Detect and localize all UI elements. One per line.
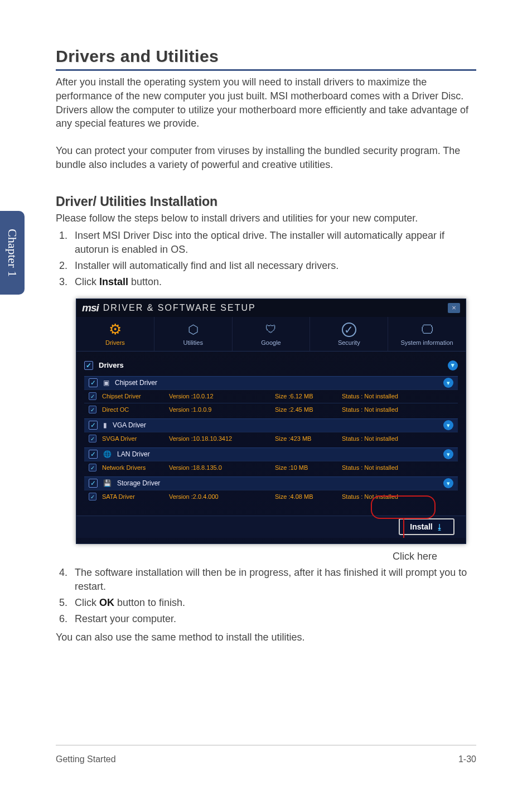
app-title: DRIVER & SOFTWARE SETUP [103, 303, 256, 313]
collapse-toggle-icon[interactable] [443, 478, 453, 488]
page-title: Drivers and Utilities [56, 47, 476, 71]
driver-row[interactable]: Chipset DriverVersion :10.0.12Size :6.12… [84, 389, 458, 403]
ok-word: OK [99, 597, 114, 608]
driver-version: Version :18.8.135.0 [169, 464, 269, 471]
tab-label: Drivers [105, 339, 125, 346]
footer-divider [56, 745, 476, 745]
monitor-icon [419, 322, 435, 338]
tab-label: System information [401, 339, 453, 346]
driver-status: Status : Not installed [342, 393, 398, 399]
driver-size: Size :4.08 MB [275, 493, 336, 500]
click-here-caption: Click here [56, 551, 437, 562]
driver-version: Version :10.18.10.3412 [169, 435, 269, 442]
step-item: Click OK button to finish. [70, 596, 476, 610]
gear-icon [107, 322, 123, 338]
section-subtitle: Driver/ Utilities Installation [56, 194, 476, 209]
driver-size: Size :2.45 MB [275, 406, 336, 413]
driver-status: Status : Not installed [342, 464, 398, 471]
driver-status: Status : Not installed [342, 435, 398, 442]
step-item: Installer will automatically find and li… [70, 259, 476, 273]
driver-version: Version :10.0.12 [169, 393, 269, 399]
driver-name: Chipset Driver [102, 393, 163, 399]
group-icon: ▣ [103, 379, 109, 387]
chapter-tab: Chapter 1 [0, 211, 25, 295]
driver-name: SATA Driver [102, 493, 163, 500]
row-checkbox[interactable] [89, 406, 96, 413]
closing-paragraph: You can also use the same method to inst… [56, 630, 476, 644]
install-callout-line [403, 518, 404, 538]
tab-label: Security [338, 339, 360, 346]
collapse-toggle-icon[interactable] [443, 420, 453, 430]
driver-row[interactable]: SVGA DriverVersion :10.18.10.3412Size :4… [84, 432, 458, 445]
install-button[interactable]: Install ⭳ [399, 518, 454, 535]
group-icon: 💾 [103, 479, 112, 487]
check-icon [341, 322, 357, 338]
tab-security[interactable]: Security [310, 317, 388, 351]
group-storage-driver[interactable]: 💾Storage Driver [84, 476, 458, 490]
intro-paragraph-1: After you install the operating system y… [56, 75, 476, 131]
tab-drivers[interactable]: Drivers [76, 317, 154, 351]
tab-utilities[interactable]: Utilities [154, 317, 233, 351]
install-word: Install [99, 276, 128, 287]
driver-version: Version :2.0.4.000 [169, 493, 269, 500]
tab-label: Google [261, 339, 280, 346]
drivers-section-header[interactable]: Drivers [84, 360, 458, 370]
driver-setup-window: msi DRIVER & SOFTWARE SETUP × DriversUti… [76, 299, 466, 544]
group-checkbox[interactable] [89, 450, 98, 459]
install-button-label: Install [410, 522, 432, 531]
chapter-tab-label: Chapter 1 [5, 229, 20, 277]
driver-name: Direct OC [102, 406, 163, 413]
close-icon[interactable]: × [448, 303, 460, 313]
driver-row[interactable]: Network DriversVersion :18.8.135.0Size :… [84, 461, 458, 474]
drivers-master-checkbox[interactable] [84, 361, 93, 370]
step-item: Click Install button. [70, 275, 476, 289]
driver-size: Size :10 MB [275, 464, 336, 471]
shield-icon [263, 322, 279, 338]
driver-size: Size :423 MB [275, 435, 336, 442]
group-label: LAN Driver [117, 450, 150, 458]
group-lan-driver[interactable]: 🌐LAN Driver [84, 447, 458, 461]
group-icon: ▮ [103, 421, 107, 429]
app-titlebar: msi DRIVER & SOFTWARE SETUP × [76, 299, 466, 317]
group-vga-driver[interactable]: ▮VGA Driver [84, 418, 458, 432]
row-checkbox[interactable] [89, 435, 96, 442]
group-label: Storage Driver [117, 479, 160, 487]
util-icon [185, 322, 201, 338]
install-callout-circle [371, 495, 436, 519]
footer-left: Getting Started [56, 754, 458, 764]
footer-right: 1-30 [458, 754, 476, 764]
driver-row[interactable]: Direct OCVersion :1.0.0.9Size :2.45 MBSt… [84, 403, 458, 416]
driver-name: SVGA Driver [102, 435, 163, 442]
collapse-toggle-icon[interactable] [443, 378, 453, 388]
tab-system-information[interactable]: System information [388, 317, 466, 351]
group-checkbox[interactable] [89, 378, 98, 387]
collapse-toggle-icon[interactable] [443, 449, 453, 459]
group-label: VGA Driver [113, 421, 146, 429]
driver-name: Network Drivers [102, 464, 163, 471]
app-body: Drivers ▣Chipset DriverChipset DriverVer… [76, 352, 466, 519]
driver-status: Status : Not installed [342, 406, 398, 413]
row-checkbox[interactable] [89, 464, 96, 471]
drivers-section-label: Drivers [99, 361, 124, 369]
steps-list-4-6: The software installation will then be i… [70, 566, 476, 627]
step-item: The software installation will then be i… [70, 566, 476, 594]
group-checkbox[interactable] [89, 421, 98, 430]
install-bar: Install ⭳ [76, 516, 466, 538]
page-footer: Getting Started 1-30 [56, 754, 476, 764]
msi-logo: msi [82, 302, 99, 314]
app-tabbar: DriversUtilitiesGoogleSecuritySystem inf… [76, 317, 466, 352]
tab-label: Utilities [183, 339, 202, 346]
row-checkbox[interactable] [89, 392, 96, 400]
download-icon: ⭳ [436, 523, 443, 531]
step-item: Restart your computer. [70, 612, 476, 626]
group-label: Chipset Driver [115, 379, 157, 387]
intro-paragraph-2: You can protect your computer from virus… [56, 144, 476, 172]
group-chipset-driver[interactable]: ▣Chipset Driver [84, 376, 458, 389]
tab-google[interactable]: Google [233, 317, 311, 351]
row-checkbox[interactable] [89, 493, 96, 500]
group-checkbox[interactable] [89, 479, 98, 488]
steps-list-1-3: Insert MSI Driver Disc into the optical … [70, 229, 476, 290]
collapse-toggle-icon[interactable] [448, 360, 458, 370]
step-item: Insert MSI Driver Disc into the optical … [70, 229, 476, 257]
steps-intro: Please follow the steps below to install… [56, 211, 476, 225]
